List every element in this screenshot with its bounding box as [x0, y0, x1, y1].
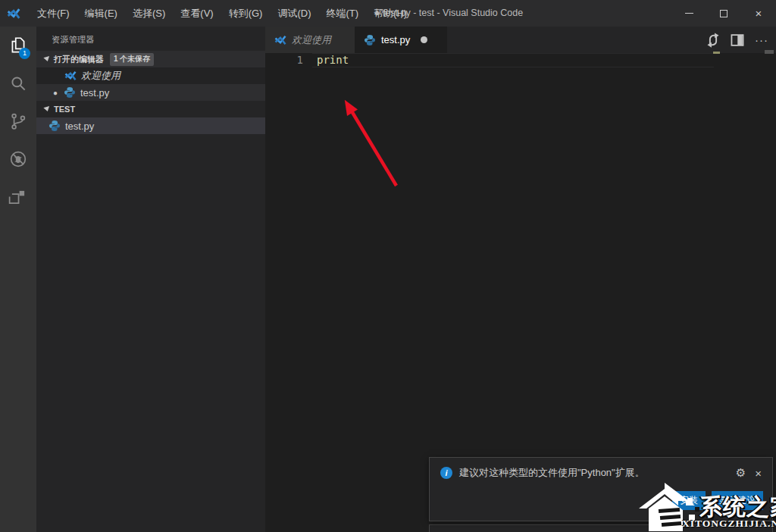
minimize-icon [685, 13, 693, 14]
sync-icon [705, 32, 721, 49]
menu-bar: 文件(F) 编辑(E) 选择(S) 查看(V) 转到(G) 调试(D) 终端(T… [30, 0, 415, 27]
minimize-button[interactable] [671, 0, 706, 27]
red-arrow-annotation [337, 91, 413, 197]
python-file-icon [48, 120, 61, 132]
open-editors-label: 打开的编辑器 [54, 54, 104, 65]
menu-help[interactable]: 帮助(H) [366, 0, 415, 27]
tab-modified-dot-icon[interactable] [421, 36, 427, 43]
menu-view[interactable]: 查看(V) [173, 0, 221, 27]
activity-debug[interactable] [0, 140, 36, 178]
file-testpy-label: test.py [65, 120, 94, 132]
activity-bar: 1 [0, 27, 36, 532]
source-control-icon [8, 111, 28, 131]
minimap[interactable] [713, 52, 720, 54]
menu-edit[interactable]: 编辑(E) [77, 0, 125, 27]
tab-testpy[interactable]: test.py [355, 27, 447, 53]
tab-testpy-label: test.py [381, 34, 410, 45]
folder-header-test[interactable]: TEST [36, 101, 265, 117]
show-recommendations-button[interactable]: 显示建议 [712, 491, 763, 510]
code-line: print [317, 53, 349, 67]
vscode-logo-icon [7, 7, 20, 20]
explorer-sidebar: 资源管理器 打开的编辑器 1 个未保存 欢迎使用 ● test.py TEST [36, 27, 265, 532]
tab-bar: 欢迎使用 test.py [265, 27, 776, 53]
more-icon: ··· [755, 36, 768, 44]
split-editor-button[interactable] [729, 32, 746, 49]
notification-toast: i 建议对这种类型的文件使用"Python"扩展。 ⚙ × 安装 显示建议 [429, 457, 773, 521]
chevron-expanded-icon [43, 106, 50, 112]
scrollbar[interactable] [765, 50, 774, 54]
activity-source-control[interactable] [0, 102, 36, 140]
menu-file[interactable]: 文件(F) [30, 0, 77, 27]
activity-search[interactable] [0, 64, 36, 102]
maximize-icon [720, 10, 728, 17]
vscode-window: 文件(F) 编辑(E) 选择(S) 查看(V) 转到(G) 调试(D) 终端(T… [0, 0, 776, 532]
line-number: 1 [265, 53, 303, 67]
notification-message: 建议对这种类型的文件使用"Python"扩展。 [459, 466, 731, 480]
search-icon [8, 74, 28, 93]
file-item-testpy[interactable]: test.py [36, 117, 265, 134]
explorer-badge: 1 [19, 48, 30, 59]
notification-toast-behind[interactable] [429, 524, 773, 532]
split-editor-icon [729, 32, 746, 49]
more-actions-button[interactable]: ··· [753, 32, 770, 49]
modified-dot-icon: ● [47, 89, 64, 97]
folder-test-label: TEST [54, 105, 75, 114]
notification-header: i 建议对这种类型的文件使用"Python"扩展。 ⚙ × [430, 458, 772, 480]
install-button[interactable]: 安装 [672, 491, 706, 510]
open-testpy-label: test.py [80, 87, 109, 99]
tab-welcome-label: 欢迎使用 [292, 33, 331, 47]
extensions-icon [8, 187, 28, 207]
menu-go[interactable]: 转到(G) [221, 0, 271, 27]
editor-actions: ··· [705, 27, 770, 53]
open-editor-item-testpy[interactable]: ● test.py [36, 84, 265, 101]
chevron-expanded-icon [43, 56, 50, 62]
gear-icon[interactable]: ⚙ [736, 466, 746, 480]
close-icon: × [756, 8, 762, 19]
sync-changes-button[interactable] [705, 32, 721, 49]
menu-debug[interactable]: 调试(D) [270, 0, 318, 27]
info-icon: i [440, 467, 452, 479]
title-bar: 文件(F) 编辑(E) 选择(S) 查看(V) 转到(G) 调试(D) 终端(T… [0, 0, 776, 27]
window-controls: × [671, 0, 776, 27]
vscode-logo-icon [64, 70, 77, 82]
notification-close-icon[interactable]: × [755, 467, 762, 480]
activity-extensions[interactable] [0, 178, 36, 216]
open-editor-item-welcome[interactable]: 欢迎使用 [36, 67, 265, 84]
tab-welcome[interactable]: 欢迎使用 [265, 27, 355, 53]
activity-explorer[interactable]: 1 [0, 27, 36, 64]
open-editors-header[interactable]: 打开的编辑器 1 个未保存 [36, 51, 265, 67]
vscode-logo-icon [274, 34, 286, 46]
menu-selection[interactable]: 选择(S) [125, 0, 173, 27]
python-file-icon [364, 34, 376, 46]
unsaved-count-badge: 1 个未保存 [110, 53, 154, 66]
menu-terminal[interactable]: 终端(T) [318, 0, 366, 27]
debug-no-bug-icon [8, 149, 28, 169]
close-button[interactable]: × [741, 0, 776, 27]
current-line-highlight [312, 53, 714, 67]
python-file-icon [64, 86, 76, 99]
sidebar-title: 资源管理器 [36, 27, 265, 51]
welcome-item-label: 欢迎使用 [81, 69, 120, 83]
notification-buttons: 安装 显示建议 [672, 491, 763, 510]
editor-area: 欢迎使用 test.py [265, 27, 776, 532]
maximize-button[interactable] [706, 0, 741, 27]
